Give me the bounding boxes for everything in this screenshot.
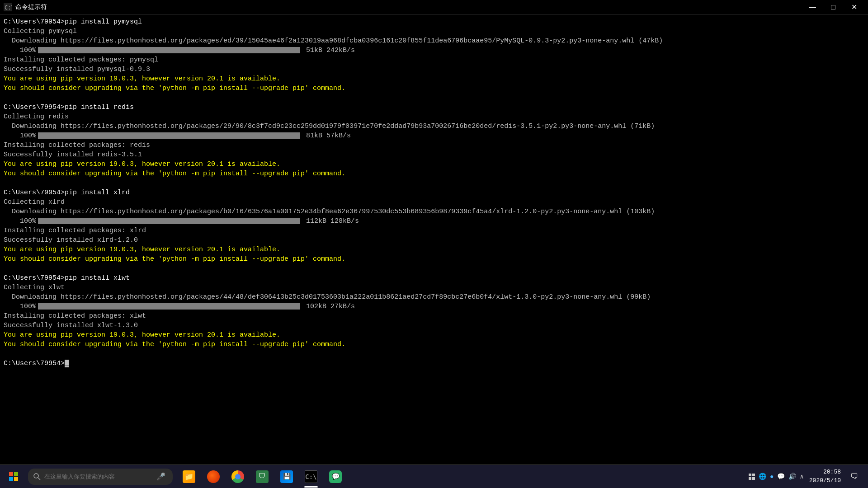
notification-icon[interactable]: 🗨 xyxy=(846,465,863,488)
cmd-icon: C:\ xyxy=(305,470,317,483)
title-bar-left: C:\ 命令提示符 xyxy=(4,3,47,11)
taskbar-right: 🌐 ● 💬 🔊 ∧ 20:58 2020/5/10 🗨 xyxy=(749,465,866,488)
taskbar-app-chrome[interactable] xyxy=(226,465,250,488)
search-bar[interactable]: 🎤 xyxy=(28,469,173,485)
firefox-icon xyxy=(207,470,220,483)
clock-time: 20:58 xyxy=(809,468,841,476)
drive-icon: 💾 xyxy=(280,470,293,483)
qq-icon[interactable]: ● xyxy=(770,473,774,480)
task-view-icon[interactable] xyxy=(749,474,755,480)
search-icon xyxy=(33,473,41,480)
svg-text:C:\: C:\ xyxy=(5,5,12,11)
network-icon[interactable]: 🌐 xyxy=(759,473,766,480)
terminal-output: C:\Users\79954>pip install pymysql Colle… xyxy=(0,14,868,465)
system-tray: 🌐 ● 💬 🔊 ∧ xyxy=(749,473,804,480)
svg-rect-4 xyxy=(9,477,13,481)
taskbar-app-explorer[interactable]: 📁 xyxy=(177,465,201,488)
chrome-icon xyxy=(231,470,244,483)
search-input[interactable] xyxy=(44,473,153,480)
close-button[interactable]: ✕ xyxy=(844,0,864,14)
taskbar-app-security[interactable]: 🛡 xyxy=(250,465,274,488)
svg-line-7 xyxy=(38,478,40,480)
svg-rect-2 xyxy=(9,472,13,476)
svg-point-6 xyxy=(34,474,38,478)
taskbar-app-drive[interactable]: 💾 xyxy=(275,465,298,488)
taskbar-apps: 📁 🛡 💾 C:\ xyxy=(177,465,347,488)
security-icon: 🛡 xyxy=(256,470,269,483)
minimize-button[interactable]: — xyxy=(802,0,823,14)
terminal-icon: C:\ xyxy=(4,3,12,11)
title-bar-text: 命令提示符 xyxy=(15,3,47,11)
volume-icon[interactable]: 🔊 xyxy=(788,473,796,480)
maximize-button[interactable]: □ xyxy=(823,0,844,14)
microphone-icon: 🎤 xyxy=(156,472,165,481)
title-bar: C:\ 命令提示符 — □ ✕ xyxy=(0,0,868,14)
clock-date: 2020/5/10 xyxy=(809,477,841,485)
wechat-tray-icon[interactable]: 💬 xyxy=(777,473,785,480)
file-explorer-icon: 📁 xyxy=(183,470,195,483)
taskbar-left: 🎤 📁 🛡 💾 xyxy=(2,465,347,488)
svg-rect-5 xyxy=(14,477,18,481)
wechat-icon: 💬 xyxy=(329,470,342,483)
start-button[interactable] xyxy=(2,465,25,488)
taskbar-app-firefox[interactable] xyxy=(202,465,225,488)
taskbar: 🎤 📁 🛡 💾 xyxy=(0,465,868,488)
clock[interactable]: 20:58 2020/5/10 xyxy=(807,468,844,484)
taskbar-app-cmd[interactable]: C:\ xyxy=(299,465,323,488)
show-hidden-icon[interactable]: ∧ xyxy=(800,473,803,480)
window-controls: — □ ✕ xyxy=(802,0,864,14)
taskbar-app-wechat[interactable]: 💬 xyxy=(324,465,347,488)
svg-rect-3 xyxy=(14,472,18,476)
